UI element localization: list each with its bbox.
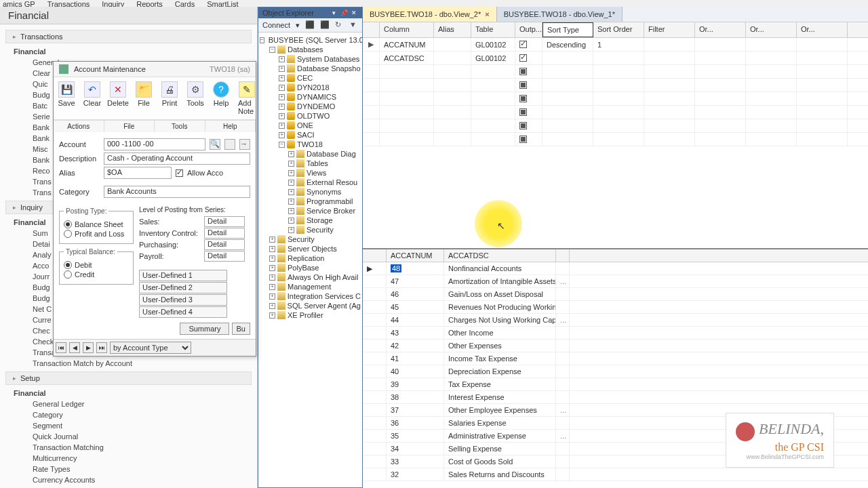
tree-node[interactable]: OLDTWO: [260, 111, 361, 121]
link-icon[interactable]: →: [239, 139, 250, 150]
last-button[interactable]: ⏭: [96, 342, 107, 353]
nav-expand[interactable]: Financial: [14, 388, 252, 399]
tree-node[interactable]: Synonyms: [260, 187, 361, 197]
refresh-icon[interactable]: ↻: [335, 20, 344, 30]
col-or[interactable]: Or...: [695, 22, 746, 37]
category-input[interactable]: Bank Accounts: [104, 186, 250, 198]
tree-node[interactable]: Server Objects: [260, 244, 361, 253]
add-note-button[interactable]: ✎Add Note: [234, 77, 260, 119]
tree-node[interactable]: DYNDEMO: [260, 102, 361, 111]
close-tab-icon[interactable]: ×: [485, 10, 489, 18]
output-checkbox[interactable]: [519, 68, 527, 75]
nav-item[interactable]: Multicurrency: [33, 453, 252, 464]
tree-node[interactable]: Security: [260, 235, 361, 244]
tree-node[interactable]: Databases: [260, 45, 361, 54]
tree-node[interactable]: Replication: [260, 253, 361, 263]
tree-node[interactable]: TWO18: [260, 140, 361, 149]
tree-node[interactable]: CEC: [260, 73, 361, 83]
col-or[interactable]: Or...: [746, 22, 797, 37]
sort-by-select[interactable]: by Account Type: [110, 342, 191, 354]
user-defined-field[interactable]: User-Defined 4: [139, 306, 227, 318]
first-button[interactable]: ⏮: [56, 342, 66, 353]
criteria-row[interactable]: ACCATDSCGL00102: [363, 52, 868, 65]
col-table[interactable]: Table: [471, 22, 515, 37]
result-row[interactable]: 46Gain/Loss on Asset Disposal: [363, 288, 868, 301]
tree-node[interactable]: DYN2018: [260, 83, 361, 92]
desc-input[interactable]: Cash - Operating Account: [104, 152, 250, 165]
dialog-title-bar[interactable]: Account Maintenance TWO18 (sa): [54, 62, 256, 77]
debit-radio[interactable]: [64, 261, 72, 269]
nav-expand[interactable]: Financial: [14, 46, 252, 57]
result-row[interactable]: 47Amortization of Intangible Assets...: [363, 275, 868, 288]
tree-node[interactable]: Programmabil: [260, 197, 361, 206]
col-or[interactable]: Or...: [797, 22, 848, 37]
tree-node[interactable]: External Resou: [260, 178, 361, 187]
result-row[interactable]: 43Other Income: [363, 327, 868, 340]
tree-node[interactable]: Always On High Avail: [260, 272, 361, 282]
nav-item[interactable]: Quick Journal: [33, 431, 252, 442]
tree-node[interactable]: PolyBase: [260, 263, 361, 272]
nav-group-setup[interactable]: Setup: [5, 371, 252, 385]
result-row[interactable]: 45Revenues Not Producing Working Ca...: [363, 301, 868, 314]
result-row[interactable]: 42Other Expenses: [363, 340, 868, 352]
tree-node[interactable]: System Databases: [260, 54, 361, 64]
col-output[interactable]: Outp...: [515, 22, 542, 37]
tree-node[interactable]: BUSYBEE (SQL Server 13.0: [260, 35, 361, 45]
tree-node[interactable]: Service Broker: [260, 206, 361, 216]
nav-item[interactable]: Bank Reconciliation: [33, 485, 252, 488]
delete-button[interactable]: ✕Delete: [105, 77, 131, 119]
col-sorttype[interactable]: Sort Type: [542, 22, 593, 37]
result-row[interactable]: 38Interest Expense: [363, 391, 868, 404]
credit-radio[interactable]: [64, 270, 72, 279]
balance-sheet-radio[interactable]: [64, 220, 72, 228]
criteria-row[interactable]: [363, 65, 868, 79]
profit-loss-radio[interactable]: [64, 230, 72, 238]
output-checkbox[interactable]: [519, 136, 527, 143]
dropdown-icon[interactable]: ▾: [330, 9, 338, 17]
save-button[interactable]: 💾Save: [54, 77, 79, 119]
account-input[interactable]: 000 -1100 -00: [104, 138, 205, 150]
output-checkbox[interactable]: [519, 81, 527, 89]
tree-node[interactable]: Tables: [260, 159, 361, 168]
result-row[interactable]: 40Depreciation Expense: [363, 365, 868, 378]
print-button[interactable]: 🖨Print: [157, 77, 182, 119]
tree-node[interactable]: XE Profiler: [260, 310, 361, 320]
nav-group-transactions[interactable]: Transactions: [5, 30, 252, 43]
tree-node[interactable]: ONE: [260, 121, 361, 130]
criteria-row[interactable]: [363, 92, 868, 106]
criteria-row[interactable]: [363, 133, 868, 146]
tab-view1[interactable]: BUSYBEE.TWO18 - dbo.View_1*: [497, 7, 623, 22]
level-value[interactable]: Detail: [204, 251, 245, 262]
clear-button[interactable]: ↶Clear: [79, 77, 105, 119]
output-checkbox[interactable]: [519, 41, 527, 48]
expand-icon[interactable]: [224, 139, 235, 150]
col-alias[interactable]: Alias: [434, 22, 471, 37]
next-button[interactable]: ▶: [83, 342, 94, 353]
result-col-accatdsc[interactable]: ACCATDSC: [444, 249, 556, 262]
output-checkbox[interactable]: [519, 54, 527, 62]
help-button[interactable]: ?Help: [208, 77, 234, 119]
tree-node[interactable]: Database Snapsho: [260, 64, 361, 73]
close-icon[interactable]: ✕: [350, 9, 358, 17]
toolbar-icon[interactable]: ⬛: [320, 20, 330, 30]
filter-icon[interactable]: ▼: [349, 20, 358, 30]
connect-button[interactable]: Connect: [262, 21, 290, 29]
level-value[interactable]: Detail: [204, 239, 245, 250]
output-checkbox[interactable]: [519, 122, 527, 129]
criteria-row[interactable]: [363, 106, 868, 119]
prev-button[interactable]: ◀: [69, 342, 80, 353]
tools-button[interactable]: ⚙Tools: [182, 77, 208, 119]
nav-item[interactable]: Currency Accounts: [33, 474, 252, 485]
output-checkbox[interactable]: [519, 108, 527, 116]
criteria-row[interactable]: ▶ACCATNUMGL00102Descending1: [363, 38, 868, 52]
result-row[interactable]: 39Tax Expense: [363, 378, 868, 391]
output-checkbox[interactable]: [519, 95, 527, 102]
tree-node[interactable]: Database Diag: [260, 149, 361, 159]
bu-button[interactable]: Bu: [232, 323, 250, 335]
nav-item[interactable]: Segment: [33, 420, 252, 431]
result-col-accatnum[interactable]: ACCATNUM: [387, 249, 444, 262]
tree-node[interactable]: DYNAMICS: [260, 92, 361, 102]
nav-item[interactable]: Transaction Match by Account: [33, 358, 252, 369]
toolbar-icon[interactable]: ⬛: [305, 20, 315, 30]
result-row[interactable]: 41Income Tax Expense: [363, 352, 868, 365]
